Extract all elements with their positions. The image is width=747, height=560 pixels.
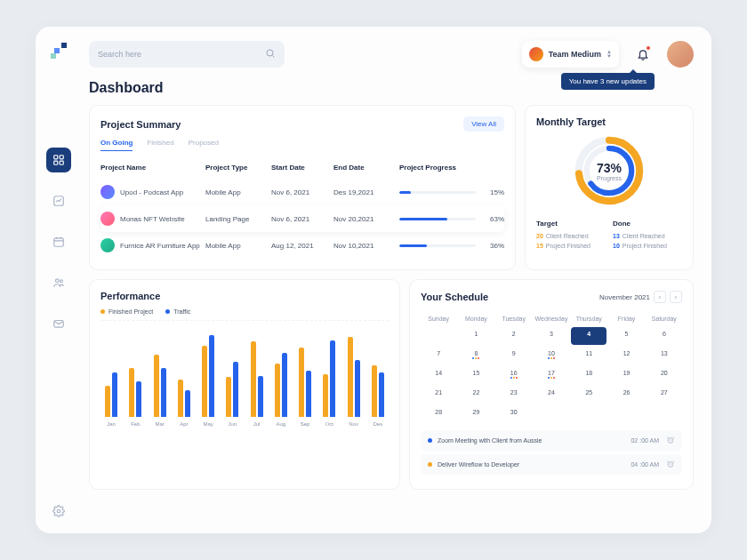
calendar-day[interactable]: 24 — [534, 386, 569, 404]
event-title: Zoom Meeting with Client from Aussie — [438, 437, 631, 444]
sidebar — [36, 27, 82, 533]
calendar-day[interactable]: 20 — [647, 366, 682, 384]
monthly-target-card: Monthly Target 73% Progress — [525, 105, 694, 270]
notifications-button[interactable] — [630, 41, 656, 68]
calendar-day[interactable]: 16 — [496, 366, 532, 384]
bar — [355, 360, 360, 417]
schedule-month: November 2021 — [599, 293, 650, 301]
project-start: Aug 12, 2021 — [271, 242, 333, 250]
calendar-day[interactable]: 8 — [458, 347, 494, 364]
bar — [348, 337, 353, 417]
table-row[interactable]: Upod - Podcast AppMobile AppNov 6, 2021D… — [100, 179, 504, 205]
nav-mail[interactable] — [46, 311, 71, 336]
event-item[interactable]: Deliver Wireflow to Developer04 :00 AM — [421, 454, 682, 475]
calendar-day[interactable]: 15 — [458, 366, 494, 384]
target-col-left: Target 20Client Reached15Project Finishe… — [536, 220, 606, 252]
bar-group: Mar — [149, 328, 171, 427]
bar — [323, 374, 328, 417]
col-project-name: Project Name — [100, 164, 205, 172]
topbar: Search here Team Medium ▲▼ You have 3 ne… — [89, 41, 694, 68]
calendar-day[interactable]: 10 — [534, 347, 569, 364]
calendar-day[interactable]: 1 — [458, 327, 494, 345]
bar — [299, 348, 304, 417]
user-avatar[interactable] — [667, 41, 694, 68]
search-input[interactable]: Search here — [89, 41, 285, 68]
calendar-day[interactable]: 30 — [496, 405, 532, 423]
calendar-day[interactable]: 17 — [534, 366, 569, 384]
svg-point-9 — [57, 509, 60, 513]
svg-point-6 — [56, 279, 60, 283]
calendar-day[interactable]: 22 — [458, 386, 494, 404]
search-placeholder: Search here — [98, 50, 141, 59]
event-dot — [428, 462, 432, 467]
next-month-button[interactable]: › — [670, 291, 682, 303]
calendar-day[interactable]: 26 — [608, 386, 644, 404]
prev-month-button[interactable]: ‹ — [654, 291, 666, 303]
nav-calendar[interactable] — [46, 229, 71, 254]
nav-settings[interactable] — [52, 505, 65, 521]
calendar-day[interactable]: 25 — [571, 386, 606, 404]
target-percent: 73% — [597, 161, 622, 175]
calendar-day[interactable]: 21 — [421, 386, 456, 404]
calendar-day[interactable]: 29 — [458, 405, 494, 423]
calendar-day[interactable]: 28 — [421, 405, 456, 423]
calendar-day[interactable]: 2 — [496, 327, 532, 345]
event-title: Deliver Wireflow to Developer — [438, 461, 631, 468]
project-type: Mobile App — [205, 188, 271, 196]
team-avatar — [529, 47, 543, 61]
calendar-day[interactable]: 7 — [421, 347, 456, 364]
calendar-day[interactable]: 12 — [608, 347, 644, 364]
calendar-day[interactable]: 9 — [496, 347, 532, 364]
alarm-icon[interactable] — [666, 436, 675, 445]
nav-analytics[interactable] — [46, 188, 71, 213]
alarm-icon[interactable] — [666, 460, 675, 469]
bar — [105, 386, 110, 417]
calendar-day[interactable]: 23 — [496, 386, 532, 404]
bar-group: Des — [367, 328, 389, 427]
bar-label: Aug — [277, 421, 286, 427]
tab-proposed[interactable]: Proposed — [189, 139, 219, 151]
summary-title: Project Summary — [100, 119, 181, 130]
calendar-day[interactable]: 4 — [571, 327, 606, 345]
bar-group: Jul — [246, 328, 268, 427]
team-label: Team Medium — [549, 50, 601, 59]
calendar-dow: Thursday — [571, 312, 606, 325]
logo — [51, 43, 67, 59]
table-row[interactable]: Monas NFT WebsiteLanding PageNov 6, 2021… — [100, 205, 504, 232]
calendar-day[interactable]: 3 — [534, 327, 569, 345]
table-row[interactable]: Furnice AR Furniture AppMobile AppAug 12… — [100, 232, 504, 259]
calendar-day[interactable]: 13 — [647, 347, 682, 364]
target-col-right: Done 13Client Reached10Project Finished — [613, 220, 682, 252]
nav-team[interactable] — [46, 270, 71, 295]
calendar-day[interactable]: 5 — [608, 327, 644, 345]
bar — [202, 346, 207, 417]
project-name: Upod - Podcast App — [120, 188, 183, 196]
project-summary-card: Project Summary View All On GoingFinishe… — [89, 105, 516, 270]
calendar-day[interactable]: 6 — [647, 327, 682, 345]
view-all-button[interactable]: View All — [463, 116, 504, 132]
nav-dashboard[interactable] — [46, 148, 71, 172]
progress-bar — [399, 191, 476, 194]
bar — [372, 365, 377, 417]
calendar-day[interactable]: 14 — [421, 366, 456, 384]
event-item[interactable]: Zoom Meeting with Client from Aussie02 :… — [421, 430, 682, 451]
calendar-dow: Sunday — [421, 312, 456, 325]
summary-tabs: On GoingFinishedProposed — [100, 139, 504, 151]
calendar-dow: Friday — [608, 312, 644, 325]
calendar-day[interactable]: 11 — [571, 347, 606, 364]
bar — [161, 368, 166, 417]
bar-group: May — [197, 328, 219, 427]
calendar-day[interactable]: 18 — [571, 366, 606, 384]
progress-bar — [399, 218, 476, 220]
project-start: Nov 6, 2021 — [271, 215, 333, 223]
calendar-day[interactable]: 27 — [647, 386, 682, 404]
target-stat: 20Client Reached — [536, 233, 606, 239]
team-selector[interactable]: Team Medium ▲▼ — [522, 41, 619, 68]
tab-on-going[interactable]: On Going — [100, 139, 133, 151]
calendar-dow: Tuesday — [496, 312, 532, 325]
project-name: Monas NFT Website — [120, 215, 185, 223]
tab-finished[interactable]: Finished — [147, 139, 173, 151]
bar-label: Jul — [253, 421, 261, 427]
project-icon — [100, 238, 115, 252]
calendar-day[interactable]: 19 — [608, 366, 644, 384]
